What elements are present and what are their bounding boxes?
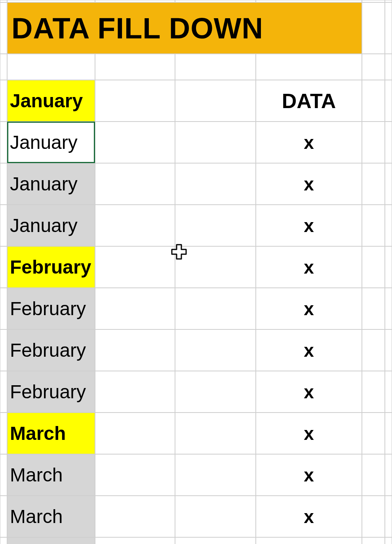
cell[interactable]	[0, 371, 7, 413]
month-label: February	[10, 381, 86, 403]
cell[interactable]	[0, 454, 7, 496]
cell[interactable]	[95, 80, 175, 122]
selected-cell[interactable]: February	[7, 371, 95, 413]
selected-cell[interactable]	[7, 537, 95, 544]
cell[interactable]	[95, 454, 175, 496]
data-value: x	[304, 257, 314, 278]
data-header-cell[interactable]: DATA	[256, 80, 362, 122]
cell[interactable]	[362, 2, 385, 54]
cell[interactable]	[95, 54, 175, 80]
data-cell[interactable]: x	[256, 329, 362, 371]
cell[interactable]	[0, 329, 7, 371]
cell[interactable]	[175, 205, 256, 246]
cell[interactable]	[95, 163, 175, 205]
data-cell[interactable]: x	[256, 205, 362, 246]
cell[interactable]	[362, 246, 385, 288]
cell[interactable]	[385, 288, 392, 329]
cell[interactable]	[0, 246, 7, 288]
cell[interactable]	[362, 537, 385, 544]
cell[interactable]	[0, 537, 7, 544]
cell[interactable]	[95, 496, 175, 537]
cell[interactable]	[95, 537, 175, 544]
cell[interactable]	[362, 80, 385, 122]
cell[interactable]	[95, 371, 175, 413]
data-cell[interactable]: x	[256, 246, 362, 288]
cell[interactable]	[175, 329, 256, 371]
data-cell[interactable]: x	[256, 413, 362, 454]
cell[interactable]	[175, 163, 256, 205]
cell[interactable]	[385, 80, 392, 122]
cell[interactable]	[175, 246, 256, 288]
cell[interactable]	[362, 413, 385, 454]
cell[interactable]	[0, 2, 7, 54]
cell[interactable]	[362, 163, 385, 205]
cell[interactable]	[362, 371, 385, 413]
cell[interactable]	[385, 163, 392, 205]
cell[interactable]	[175, 454, 256, 496]
title-cell[interactable]: DATA FILL DOWN	[7, 2, 362, 54]
data-cell[interactable]: x	[256, 122, 362, 163]
selected-cell[interactable]: February	[7, 288, 95, 329]
cell[interactable]	[362, 122, 385, 163]
cell[interactable]	[95, 288, 175, 329]
cell[interactable]	[175, 496, 256, 537]
active-cell[interactable]: January	[7, 122, 95, 163]
cell[interactable]	[175, 122, 256, 163]
cell[interactable]	[0, 54, 7, 80]
data-cell[interactable]: x	[256, 454, 362, 496]
data-cell[interactable]: x	[256, 496, 362, 537]
cell[interactable]	[175, 288, 256, 329]
cell[interactable]	[175, 413, 256, 454]
cell[interactable]	[95, 246, 175, 288]
cell[interactable]	[385, 496, 392, 537]
selected-cell[interactable]: March	[7, 496, 95, 537]
cell[interactable]	[385, 54, 392, 80]
cell[interactable]	[385, 2, 392, 54]
cell[interactable]	[385, 371, 392, 413]
cell[interactable]	[362, 54, 385, 80]
cell[interactable]	[175, 80, 256, 122]
cell[interactable]	[385, 205, 392, 246]
cell[interactable]	[362, 288, 385, 329]
month-header-cell[interactable]: March	[7, 413, 95, 454]
cell[interactable]	[385, 246, 392, 288]
cell[interactable]	[385, 537, 392, 544]
cell[interactable]	[175, 371, 256, 413]
cell[interactable]	[385, 122, 392, 163]
cell[interactable]	[0, 288, 7, 329]
cell[interactable]	[385, 329, 392, 371]
cell[interactable]	[175, 54, 256, 80]
cell[interactable]	[0, 163, 7, 205]
cell[interactable]	[0, 496, 7, 537]
cell[interactable]	[95, 329, 175, 371]
data-cell[interactable]: x	[256, 163, 362, 205]
selected-cell[interactable]: January	[7, 163, 95, 205]
month-header-cell[interactable]: January	[7, 80, 95, 122]
cell[interactable]	[256, 54, 362, 80]
cell[interactable]	[362, 205, 385, 246]
data-cell[interactable]: x	[256, 371, 362, 413]
month-header-cell[interactable]: February	[7, 246, 95, 288]
month-label: February	[10, 339, 86, 361]
cell[interactable]	[0, 80, 7, 122]
cell[interactable]	[7, 54, 95, 80]
cell[interactable]	[95, 205, 175, 246]
cell[interactable]	[0, 413, 7, 454]
cell[interactable]	[95, 413, 175, 454]
cell[interactable]	[362, 496, 385, 537]
selected-cell[interactable]: January	[7, 205, 95, 246]
cell[interactable]	[362, 454, 385, 496]
selected-cell[interactable]: March	[7, 454, 95, 496]
data-cell[interactable]: x	[256, 288, 362, 329]
cell[interactable]	[385, 454, 392, 496]
cell[interactable]	[362, 329, 385, 371]
cell[interactable]	[385, 413, 392, 454]
cell[interactable]	[256, 537, 362, 544]
cell[interactable]	[0, 205, 7, 246]
cell[interactable]	[175, 537, 256, 544]
selected-cell[interactable]: February	[7, 329, 95, 371]
spreadsheet-grid[interactable]: DATA FILL DOWN January DATA January	[0, 0, 392, 544]
cell[interactable]	[95, 122, 175, 163]
data-value: x	[304, 464, 314, 486]
cell[interactable]	[0, 122, 7, 163]
